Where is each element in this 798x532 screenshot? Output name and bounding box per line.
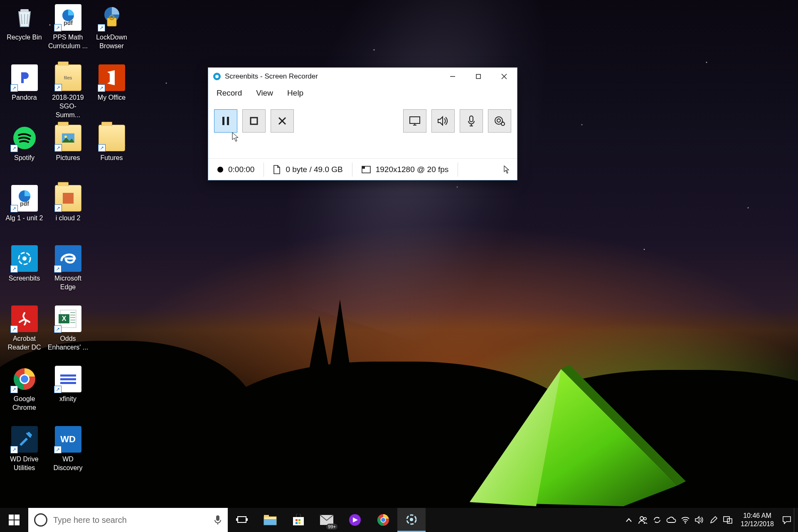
svg-point-37	[501, 122, 505, 126]
shortcut-overlay-icon: ↗	[54, 24, 62, 32]
cortana-icon	[34, 513, 47, 527]
action-center-icon[interactable]	[780, 508, 794, 532]
desktop-icon-icloud2[interactable]: ↗ i cloud 2	[46, 183, 90, 244]
svg-rect-40	[9, 515, 14, 520]
show-desktop-button[interactable]	[794, 508, 798, 532]
wallpaper-tree	[328, 299, 352, 378]
capture-screen-button[interactable]	[403, 109, 426, 133]
screenbits-window[interactable]: Screenbits - Screen Recorder Record View…	[208, 67, 517, 180]
stop-button[interactable]	[242, 109, 266, 133]
desktop-icon-label: Microsoft Edge	[47, 274, 89, 292]
wd-utilities-icon: ↗	[11, 426, 38, 453]
microphone-button[interactable]	[460, 109, 483, 133]
task-view-button[interactable]	[228, 508, 256, 532]
svg-point-65	[685, 522, 686, 523]
desktop-icon-label: Futures	[100, 154, 123, 163]
desktop-icon-xfinity[interactable]: ↗ xfinity	[46, 364, 90, 424]
taskbar-app-chrome[interactable]	[369, 508, 397, 532]
tray-project-icon[interactable]	[721, 508, 735, 532]
desktop-icon-sgo[interactable]: files ↗ 2018-2019 SGO-Summ...	[46, 63, 90, 123]
desktop-icon-label: LockDown Browser	[91, 33, 133, 51]
shortcut-overlay-icon: ↗	[54, 386, 62, 393]
taskbar-app-store[interactable]	[284, 508, 313, 532]
taskbar-app-screenbits[interactable]	[397, 508, 426, 532]
desktop-icon-label: My Office	[98, 94, 126, 102]
office-icon: ↗	[99, 64, 125, 91]
minimize-button[interactable]	[440, 68, 466, 85]
shortcut-overlay-icon: ↗	[10, 84, 18, 92]
svg-rect-47	[246, 518, 248, 521]
desktop-icon-recycle-bin[interactable]: Recycle Bin	[2, 2, 46, 63]
desktop-icon-pps-math[interactable]: pdf ↗ PPS Math Curriculum ...	[46, 2, 90, 63]
shortcut-overlay-icon: ↗	[10, 446, 18, 453]
desktop-icon-odds[interactable]: X ↗ Odds Enhancers' ...	[46, 304, 90, 364]
tray-onedrive-icon[interactable]	[664, 508, 678, 532]
desktop-icon-wd-discovery[interactable]: WD ↗ WD Discovery	[46, 424, 90, 485]
screenbits-icon: ↗	[11, 245, 38, 272]
shortcut-overlay-icon: ↗	[10, 265, 18, 273]
svg-point-62	[410, 518, 413, 521]
desktop-icon-screenbits[interactable]: ↗ Screenbits	[2, 244, 46, 304]
desktop-icon-spotify[interactable]: ↗ Spotify	[2, 123, 46, 183]
desktop-icon-wd-drive[interactable]: ↗ WD Drive Utilities	[2, 424, 46, 485]
svg-point-8	[64, 135, 67, 138]
search-box[interactable]: Type here to search	[28, 508, 228, 532]
cancel-button[interactable]	[271, 109, 294, 133]
desktop-icon-label: WD Drive Utilities	[4, 455, 45, 473]
taskbar-clock[interactable]: 10:46 AM 12/12/2018	[735, 512, 780, 528]
desktop-icon-label: Alg 1 - unit 2	[6, 214, 43, 223]
pause-button[interactable]	[214, 109, 237, 133]
desktop-icon-pandora[interactable]: ↗ Pandora	[2, 63, 46, 123]
titlebar[interactable]: Screenbits - Screen Recorder	[208, 68, 517, 85]
screenbits-app-icon	[212, 72, 222, 81]
excel-file-icon: X ↗	[55, 305, 81, 332]
desktop-icon-alg1[interactable]: pdf ↗ Alg 1 - unit 2	[2, 183, 46, 244]
tray-wifi-icon[interactable]	[678, 508, 692, 532]
folder-icon: ↗	[55, 125, 81, 151]
maximize-button[interactable]	[466, 68, 491, 85]
svg-rect-11	[63, 193, 74, 204]
desktop-icon-chrome[interactable]: ↗ Google Chrome	[2, 364, 46, 424]
tray-volume-icon[interactable]	[692, 508, 707, 532]
webcam-button[interactable]	[488, 109, 511, 133]
menubar: Record View Help	[208, 85, 517, 105]
shortcut-overlay-icon: ↗	[98, 24, 105, 32]
desktop-icon-acrobat[interactable]: ↗ Acrobat Reader DC	[2, 304, 46, 364]
menu-record[interactable]: Record	[216, 87, 243, 99]
taskbar-app-unknown-purple[interactable]	[341, 508, 369, 532]
taskbar-app-mail[interactable]: 99+	[313, 508, 341, 532]
toolbar	[208, 105, 517, 137]
tray-pen-icon[interactable]	[707, 508, 721, 532]
shortcut-overlay-icon: ↗	[10, 325, 18, 333]
desktop-icon-futures[interactable]: ↗ Futures	[90, 123, 133, 183]
taskbar-app-file-explorer[interactable]	[256, 508, 284, 532]
menu-help[interactable]: Help	[286, 87, 304, 99]
system-audio-button[interactable]	[431, 109, 455, 133]
desktop-icon-edge[interactable]: ↗ Microsoft Edge	[46, 244, 90, 304]
clock-time: 10:46 AM	[743, 512, 771, 520]
tray-sync-icon[interactable]	[650, 508, 664, 532]
desktop-icon-label: Pictures	[56, 154, 80, 163]
svg-rect-53	[298, 519, 300, 521]
desktop[interactable]: Recycle Bin pdf ↗ PPS Math Curriculum ..…	[0, 0, 798, 532]
desktop-icon-label: Spotify	[14, 154, 34, 163]
tray-show-hidden-icons[interactable]	[622, 508, 636, 532]
mic-icon[interactable]	[208, 515, 228, 525]
svg-rect-28	[251, 118, 257, 124]
acrobat-icon: ↗	[11, 305, 38, 332]
wd-discovery-icon: WD ↗	[55, 426, 81, 453]
start-button[interactable]	[0, 508, 28, 532]
system-tray: 10:46 AM 12/12/2018	[622, 508, 798, 532]
desktop-icon-my-office[interactable]: ↗ My Office	[90, 63, 133, 123]
desktop-icon-lockdown-browser[interactable]: ↗ LockDown Browser	[90, 2, 133, 63]
tray-people-icon[interactable]	[636, 508, 650, 532]
shortcut-overlay-icon: ↗	[10, 145, 18, 152]
shortcut-overlay-icon: ↗	[54, 204, 62, 212]
svg-text:pdf: pdf	[64, 20, 73, 26]
svg-rect-55	[298, 522, 300, 524]
svg-rect-52	[296, 519, 298, 521]
close-button[interactable]	[491, 68, 517, 85]
taskbar[interactable]: Type here to search 99+	[0, 508, 798, 532]
menu-view[interactable]: View	[255, 87, 274, 99]
desktop-icon-pictures[interactable]: ↗ Pictures	[46, 123, 90, 183]
